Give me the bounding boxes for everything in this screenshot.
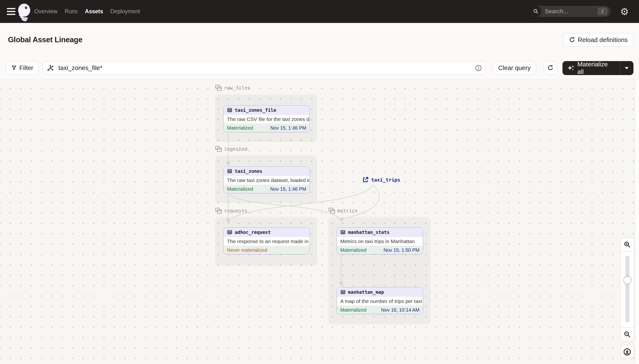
canvas-right-gutter [635, 80, 639, 364]
asset-name: manhattan_stats [348, 230, 390, 235]
dagster-logo[interactable] [15, 3, 32, 21]
group-label-requests[interactable]: requests [215, 208, 247, 214]
download-icon [623, 348, 631, 356]
search-shortcut-badge: / [597, 8, 607, 15]
materialize-all-split-button: Materialize all [562, 61, 633, 75]
nav-link-assets[interactable]: Assets [85, 8, 103, 15]
asset-name: manhattan_map [348, 290, 384, 295]
settings-gear-icon[interactable]: ⚙ [620, 0, 629, 23]
nav-link-deployment[interactable]: Deployment [110, 8, 140, 15]
search-placeholder: Search... [545, 8, 597, 15]
asset-node-taxi_zones_file[interactable]: taxi_zones_file The raw CSV file for the… [223, 105, 310, 132]
table-icon [340, 290, 346, 295]
sparkle-icon [567, 64, 574, 72]
page-header: Global Asset Lineage Reload definitions [0, 23, 639, 57]
asset-name: adhoc_request [235, 230, 271, 235]
asset-description: A map of the number of trips per taxi z.… [337, 297, 423, 306]
materialization-timestamp: Nov 15, 1:46 PM [270, 186, 306, 192]
table-icon [227, 168, 232, 174]
zoom-out-button[interactable] [620, 327, 634, 341]
group-label-raw_files[interactable]: raw_files [215, 85, 250, 91]
zoom-in-button[interactable] [620, 238, 634, 251]
asset-node-manhattan_stats[interactable]: manhattan_stats Metrics on taxi trips in… [337, 228, 423, 254]
zoom-in-icon [623, 241, 631, 248]
primary-nav: Overview Runs Assets Deployment [34, 0, 140, 23]
asset-description: The raw taxi zones dataset, loaded int..… [224, 176, 310, 185]
funnel-icon [11, 65, 17, 71]
zoom-out-icon [623, 331, 631, 338]
external-link-icon [362, 176, 369, 183]
zoom-slider-thumb[interactable] [623, 276, 631, 284]
global-search-input[interactable]: Search... / [530, 6, 610, 17]
asset-query-input[interactable] [43, 61, 485, 74]
asset-name: taxi_zones_file [235, 108, 276, 113]
materialization-timestamp: Nov 16, 10:14 AM [381, 307, 419, 313]
dagster-app: Overview Runs Assets Deployment Search..… [0, 0, 639, 364]
asset-name: taxi_zones [235, 168, 262, 174]
asset-group-icon [215, 146, 222, 152]
materialization-timestamp: Nov 15, 1:46 PM [270, 125, 306, 131]
download-graph-button[interactable] [620, 345, 634, 359]
group-label-metrics[interactable]: metrics [328, 208, 358, 214]
materialize-options-caret[interactable] [620, 67, 633, 69]
info-icon[interactable] [475, 64, 482, 72]
status-badge: Materialized [227, 186, 253, 192]
chevron-down-icon [625, 67, 628, 69]
filter-button[interactable]: Filter [6, 61, 39, 74]
asset-selection-field [43, 61, 485, 74]
zoom-slider-track[interactable] [625, 256, 629, 322]
nav-link-runs[interactable]: Runs [65, 8, 78, 15]
search-icon [530, 6, 541, 17]
table-icon [227, 230, 232, 235]
status-badge: Materialized [340, 248, 366, 253]
asset-group-icon [215, 208, 222, 214]
nav-link-overview[interactable]: Overview [34, 8, 58, 15]
asset-selection-icon [47, 64, 54, 72]
reload-definitions-button[interactable]: Reload definitions [563, 33, 633, 46]
asset-description: The raw CSV file for the taxi zones dat.… [224, 115, 310, 124]
asset-node-manhattan_map[interactable]: manhattan_map A map of the number of tri… [337, 287, 423, 314]
status-badge: Never materialized [227, 248, 267, 253]
page-title: Global Asset Lineage [8, 36, 82, 44]
clear-query-button[interactable]: Clear query [493, 61, 536, 74]
group-label-ingested[interactable]: ingested [215, 146, 247, 152]
top-nav-bar: Overview Runs Assets Deployment Search..… [0, 0, 639, 23]
external-asset-taxi_trips[interactable]: taxi_trips [362, 176, 400, 183]
hamburger-menu-icon[interactable] [7, 8, 16, 15]
status-badge: Materialized [227, 125, 253, 131]
asset-node-adhoc_request[interactable]: adhoc_request The response to an request… [223, 228, 310, 254]
materialize-all-button[interactable]: Materialize all [562, 60, 620, 76]
refresh-graph-button[interactable] [544, 61, 557, 74]
asset-group-icon [215, 85, 222, 91]
asset-description: Metrics on taxi trips in Manhattan [337, 237, 423, 246]
asset-description: The response to an request made in th... [224, 237, 310, 246]
asset-lineage-canvas[interactable]: raw_files ingested requests m [0, 80, 639, 364]
table-icon [340, 230, 346, 235]
lineage-toolbar: Filter Clear query [0, 57, 639, 80]
status-badge: Materialized [340, 307, 366, 313]
lineage-edges [0, 80, 639, 364]
table-icon [227, 108, 232, 113]
asset-node-taxi_zones[interactable]: taxi_zones The raw taxi zones dataset, l… [223, 166, 310, 193]
zoom-slider [620, 251, 634, 327]
asset-group-icon [328, 208, 335, 214]
refresh-icon [547, 65, 553, 71]
materialization-timestamp: Nov 15, 1:50 PM [383, 248, 419, 253]
refresh-icon [569, 37, 575, 43]
